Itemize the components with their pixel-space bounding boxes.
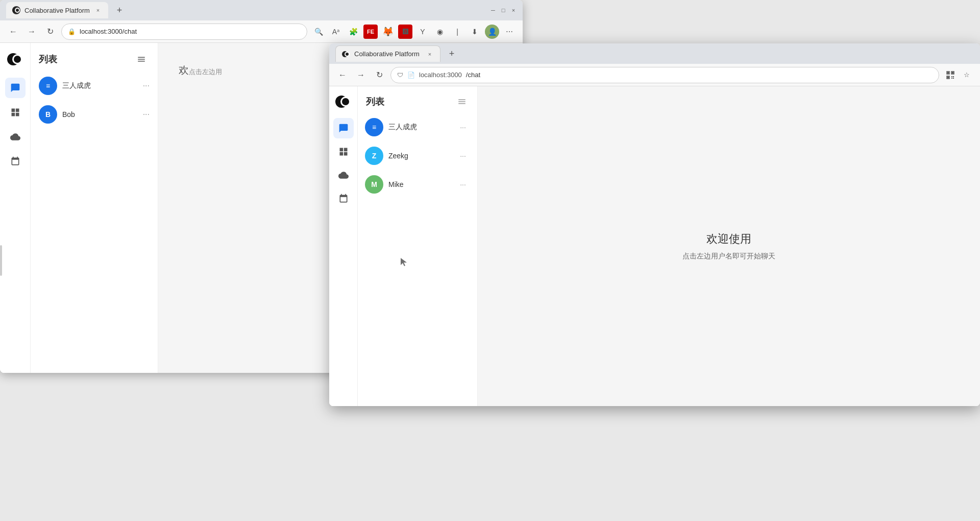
bg-tab-label: Collaborative Platform [24,7,90,14]
mouse-cursor [401,258,405,264]
bg-lock-icon: 🔒 [68,28,76,35]
bg-extensions-icon[interactable]: 🧩 [346,25,360,39]
bg-fe-icon[interactable]: FE [363,25,378,39]
fg-tab-close-button[interactable]: × [426,50,434,58]
fg-app-logo [333,91,354,112]
fg-sidebar-grid-button[interactable] [333,141,354,162]
bg-name-bob: Bob [62,110,138,119]
fg-avatar-sanren: ≡ [365,118,383,136]
fg-list-item-mike[interactable]: M Mike ··· [358,170,477,199]
bg-app-sidebar [0,43,31,373]
bg-browser-tab[interactable]: Collaborative Platform × [6,2,108,18]
bg-sidebar-grid-button[interactable] [5,102,26,123]
fg-toolbar-icons: ☆ [943,68,974,82]
fg-name-sanren: 三人成虎 [388,123,451,132]
fg-list-menu-button[interactable] [455,94,469,109]
fg-list-header: 列表 [358,86,477,113]
bg-minimize-button[interactable]: ─ [490,7,496,13]
bg-list-title: 列表 [39,53,57,65]
fg-sidebar-calendar-button[interactable] [333,188,354,209]
bg-sidebar-cloud-button[interactable] [5,127,26,147]
svg-rect-14 [947,77,949,78]
fg-list-title: 列表 [366,96,384,108]
fg-back-button[interactable]: ← [335,68,350,82]
bg-address-text: localhost:3000/chat [80,28,137,35]
bg-list-item-bob[interactable]: B Bob ··· [31,100,158,129]
bg-subtitle-partial: 点击左边用 [189,67,222,77]
bg-window-controls: ─ □ × [490,7,517,13]
bg-list-menu-button[interactable] [133,51,150,67]
fg-app-wrapper: 列表 ≡ 三人成虎 ··· Z Zeekg ··· [329,86,980,406]
fg-tab-favicon [342,50,350,58]
fg-qr-icon[interactable] [943,68,958,82]
svg-marker-22 [401,258,407,266]
bg-more-bob[interactable]: ··· [143,110,150,119]
bg-new-tab-button[interactable]: + [112,3,127,17]
svg-point-2 [16,9,19,12]
fg-sidebar-chat-button[interactable] [333,118,354,138]
svg-rect-12 [952,72,953,74]
bg-close-button[interactable]: × [510,7,517,13]
bg-list-panel: 列表 ≡ 三人成虎 ··· B Bob ··· [31,43,158,373]
fg-new-tab-button[interactable]: + [445,46,459,61]
bg-more-sanren[interactable]: ··· [143,81,150,90]
fg-address-host: localhost:3000 [419,71,462,79]
fg-app-content: 列表 ≡ 三人成虎 ··· Z Zeekg ··· [329,86,980,406]
fg-welcome-title: 欢迎使用 [706,231,751,247]
bg-avatar-sanren: ≡ [39,77,57,95]
fg-name-mike: Mike [388,180,451,188]
fg-list-item-zeekg[interactable]: Z Zeekg ··· [358,141,477,170]
bg-ext2-icon[interactable]: 🅰 [398,25,412,39]
bg-search-icon[interactable]: 🔍 [311,25,326,39]
bg-maximize-button[interactable]: □ [500,7,506,13]
bg-back-button[interactable]: ← [6,25,20,39]
bg-avatar-bob: B [39,105,57,124]
bg-vpn-icon[interactable]: ◉ [433,25,447,39]
fg-sidebar-cloud-button[interactable] [333,165,354,185]
bg-sidebar-chat-button[interactable] [5,78,26,98]
bg-forward-button[interactable]: → [24,25,39,39]
bg-tab-favicon [12,6,20,14]
fg-refresh-button[interactable]: ↻ [372,68,386,82]
bg-reader-icon[interactable]: Aᵃ [329,25,343,39]
left-scroll-indicator [0,245,2,276]
fg-tab-label: Collaborative Platform [354,50,420,58]
fg-browser-tab[interactable]: Collaborative Platform × [335,45,440,62]
bg-refresh-button[interactable]: ↻ [43,25,57,39]
fg-shield-icon: 🛡 [397,72,403,79]
bg-profile-icon[interactable]: 👤 [485,25,499,39]
svg-point-21 [342,98,349,105]
bg-toolbar-icons: 🔍 Aᵃ 🧩 FE 🦊 🅰 Y ◉ | ⬇ 👤 ⋯ [311,25,517,39]
bg-navbar: ← → ↻ 🔒 localhost:3000/chat 🔍 Aᵃ 🧩 FE 🦊 … [0,20,523,43]
bg-separator: | [450,25,464,39]
svg-point-5 [14,56,21,63]
fg-forward-button[interactable]: → [354,68,368,82]
fg-more-sanren[interactable]: ··· [456,120,470,134]
bg-firefox-icon[interactable]: 🦊 [381,25,395,39]
svg-rect-16 [953,76,954,77]
fg-address-bar[interactable]: 🛡 📄 localhost:3000/chat [390,67,939,83]
bg-tab-close-button[interactable]: × [94,6,102,14]
fg-bookmark-icon[interactable]: ☆ [960,68,974,82]
svg-point-8 [346,53,349,56]
fg-main-area: 欢迎使用 点击左边用户名即可开始聊天 [478,86,980,406]
fg-sidebar [329,86,358,406]
bg-more-button[interactable]: ⋯ [502,25,517,39]
fg-address-path: /chat [466,71,480,79]
bg-app-logo [5,49,26,69]
fg-name-zeekg: Zeekg [388,152,451,160]
svg-rect-18 [953,78,954,79]
bg-address-bar[interactable]: 🔒 localhost:3000/chat [61,23,307,40]
bg-sidebar-calendar-button[interactable] [5,151,26,172]
bg-titlebar: Collaborative Platform × + ─ □ × [0,0,523,20]
foreground-browser-window: Collaborative Platform × + ← → ↻ 🛡 📄 loc… [329,43,980,406]
bg-list-item-sanren[interactable]: ≡ 三人成虎 ··· [31,72,158,100]
svg-rect-15 [951,76,952,77]
fg-more-mike[interactable]: ··· [456,177,470,192]
bg-filter-icon[interactable]: Y [415,25,430,39]
fg-page-icon: 📄 [407,72,415,79]
fg-more-zeekg[interactable]: ··· [456,149,470,163]
bg-download-icon[interactable]: ⬇ [468,25,482,39]
fg-welcome-subtitle: 点击左边用户名即可开始聊天 [682,252,775,261]
fg-list-item-sanren[interactable]: ≡ 三人成虎 ··· [358,113,477,141]
